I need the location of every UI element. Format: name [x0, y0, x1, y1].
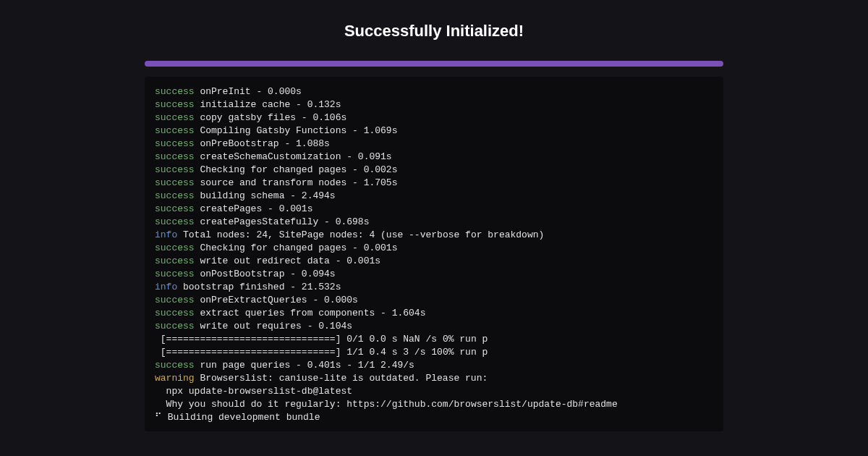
- progress-bar: [145, 61, 723, 67]
- log-level-success: success: [155, 269, 195, 279]
- log-level-success: success: [155, 177, 195, 188]
- log-level-success: success: [155, 86, 195, 97]
- terminal-line: success onPreInit - 0.000s: [155, 85, 713, 98]
- terminal-line: success write out redirect data - 0.001s: [155, 255, 713, 268]
- log-message: building schema - 2.494s: [195, 190, 336, 201]
- terminal-line: success building schema - 2.494s: [155, 190, 713, 203]
- log-message: bootstrap finished - 21.532s: [177, 282, 341, 292]
- log-level-success: success: [155, 138, 195, 149]
- log-message: onPreInit - 0.000s: [195, 86, 302, 97]
- main-container: Successfully Initialized! success onPreI…: [145, 0, 723, 431]
- log-message: copy gatsby files - 0.106s: [195, 112, 347, 123]
- log-level-warning: warning: [155, 373, 195, 384]
- page-title: Successfully Initialized!: [145, 22, 723, 41]
- terminal-line: success onPostBootstrap - 0.094s: [155, 268, 713, 281]
- log-level-success: success: [155, 242, 195, 253]
- terminal-line: success Checking for changed pages - 0.0…: [155, 164, 713, 177]
- log-message: Checking for changed pages - 0.001s: [195, 242, 398, 253]
- terminal-line: success initialize cache - 0.132s: [155, 98, 713, 111]
- log-level-success: success: [155, 216, 195, 227]
- log-message: onPostBootstrap - 0.094s: [195, 269, 336, 279]
- terminal-line: success run page queries - 0.401s - 1/1 …: [155, 359, 713, 372]
- terminal-line: npx update-browserslist-db@latest: [155, 385, 713, 398]
- terminal-line: info bootstrap finished - 21.532s: [155, 281, 713, 294]
- log-message: Compiling Gatsby Functions - 1.069s: [195, 125, 398, 136]
- terminal-line: success onPreExtractQueries - 0.000s: [155, 294, 713, 307]
- log-level-success: success: [155, 125, 195, 136]
- terminal-line: success write out requires - 0.104s: [155, 320, 713, 333]
- terminal-line: success source and transform nodes - 1.7…: [155, 177, 713, 190]
- terminal-line: success createSchemaCustomization - 0.09…: [155, 151, 713, 164]
- log-level-success: success: [155, 151, 195, 162]
- log-message: createPages - 0.001s: [195, 203, 313, 214]
- log-message: write out redirect data - 0.001s: [195, 256, 380, 266]
- log-message: onPreExtractQueries - 0.000s: [195, 295, 358, 305]
- terminal-line: Why you should do it regularly: https://…: [155, 398, 713, 411]
- log-level-info: info: [155, 229, 177, 240]
- log-message: source and transform nodes - 1.705s: [195, 177, 398, 188]
- log-level-success: success: [155, 308, 195, 318]
- log-message: Browserslist: caniuse-lite is outdated. …: [195, 373, 488, 384]
- log-message: Total nodes: 24, SitePage nodes: 4 (use …: [177, 229, 544, 240]
- log-level-success: success: [155, 190, 195, 201]
- log-message: createPagesStatefully - 0.698s: [195, 216, 370, 227]
- terminal-line: [==============================] 1/1 0.4…: [155, 346, 713, 359]
- log-message: Checking for changed pages - 0.002s: [195, 164, 398, 175]
- log-message: write out requires - 0.104s: [195, 321, 352, 332]
- log-level-info: info: [155, 282, 177, 292]
- log-level-success: success: [155, 112, 195, 123]
- log-level-success: success: [155, 99, 195, 110]
- terminal-line: success extract queries from components …: [155, 307, 713, 320]
- terminal-line: warning Browserslist: caniuse-lite is ou…: [155, 372, 713, 385]
- log-message: initialize cache - 0.132s: [195, 99, 341, 110]
- terminal-line: [==============================] 0/1 0.0…: [155, 333, 713, 346]
- log-level-success: success: [155, 203, 195, 214]
- terminal-output[interactable]: success onPreInit - 0.000ssuccess initia…: [145, 77, 723, 431]
- log-message: createSchemaCustomization - 0.091s: [195, 151, 392, 162]
- terminal-line: success copy gatsby files - 0.106s: [155, 111, 713, 124]
- log-message: run page queries - 0.401s - 1/1 2.49/s: [195, 360, 414, 371]
- log-level-success: success: [155, 164, 195, 175]
- terminal-line: info Total nodes: 24, SitePage nodes: 4 …: [155, 229, 713, 242]
- terminal-line: success Checking for changed pages - 0.0…: [155, 242, 713, 255]
- log-level-success: success: [155, 256, 195, 266]
- terminal-line: ⠋ Building development bundle: [155, 411, 713, 424]
- terminal-line: success createPagesStatefully - 0.698s: [155, 216, 713, 229]
- terminal-line: success Compiling Gatsby Functions - 1.0…: [155, 124, 713, 138]
- log-message: onPreBootstrap - 1.088s: [195, 138, 330, 149]
- log-level-success: success: [155, 360, 195, 371]
- log-level-success: success: [155, 321, 195, 332]
- terminal-line: success createPages - 0.001s: [155, 203, 713, 216]
- terminal-line: success onPreBootstrap - 1.088s: [155, 138, 713, 151]
- log-level-success: success: [155, 295, 195, 305]
- log-message: extract queries from components - 1.604s: [195, 308, 426, 318]
